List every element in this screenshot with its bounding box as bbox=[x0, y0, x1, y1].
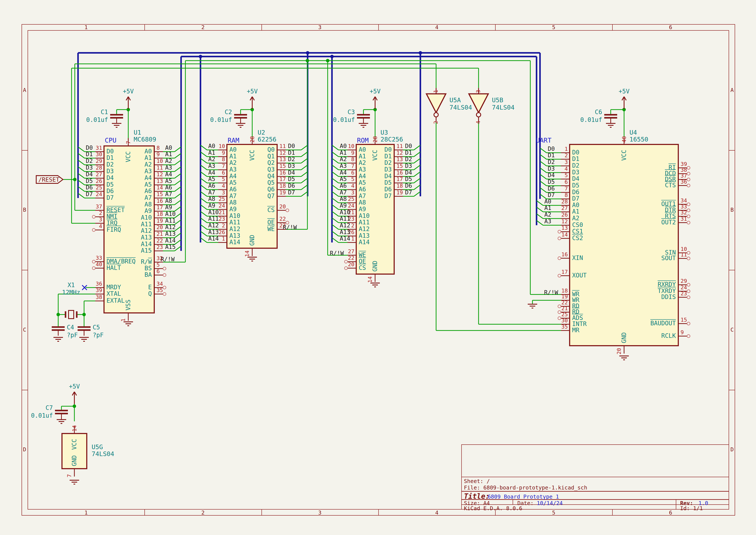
pin-number: 20 bbox=[616, 348, 622, 354]
net-label: A2 bbox=[340, 156, 347, 162]
pin-number: 29 bbox=[681, 278, 696, 284]
pin-name: XOUT bbox=[572, 272, 586, 278]
pin-number: 18 bbox=[552, 288, 568, 294]
pin-name: A9 bbox=[119, 208, 152, 214]
pin-name: XIN bbox=[572, 255, 583, 261]
pin-name: Q bbox=[119, 291, 152, 297]
pin-name: A15 bbox=[119, 248, 152, 254]
capacitor-value: ?pF bbox=[93, 332, 104, 338]
net-label: A8 bbox=[208, 196, 215, 202]
pin-number: 28 bbox=[250, 136, 255, 143]
pin-name: A11 bbox=[230, 219, 240, 225]
net-label: D0 bbox=[548, 146, 555, 152]
frame-tick bbox=[145, 24, 145, 30]
frame-tick bbox=[729, 390, 735, 390]
pin-name: BS bbox=[119, 265, 152, 271]
pin-name: A13 bbox=[230, 233, 240, 239]
net-label: D5 bbox=[405, 176, 420, 182]
frame-tick bbox=[378, 24, 379, 30]
pin-name: A4 bbox=[119, 175, 152, 181]
capacitor-ref: C1 bbox=[76, 109, 108, 115]
frame-tick bbox=[261, 24, 262, 30]
pin-name: CTS bbox=[643, 182, 676, 188]
pin-name: VCC bbox=[621, 150, 627, 161]
net-label: A10 bbox=[208, 209, 219, 215]
pin-number: 15 bbox=[681, 317, 696, 323]
pin-name: D6 bbox=[572, 189, 580, 195]
pin-name: OE bbox=[241, 219, 275, 225]
net-label: D6 bbox=[405, 183, 420, 188]
capacitor-value: 0.01uf bbox=[200, 117, 232, 123]
frame-tick bbox=[729, 270, 735, 270]
pin-name: D4 bbox=[359, 173, 392, 179]
net-label: A4 bbox=[208, 170, 215, 175]
pin-number: 3 bbox=[475, 90, 481, 93]
title-block-app: KiCad E.D.A. 8.0.6 bbox=[464, 506, 522, 511]
pin-number: 35 bbox=[156, 288, 172, 293]
pin-name: Q2 bbox=[241, 160, 275, 166]
pin-name: MR bbox=[572, 327, 580, 333]
net-label: D5 bbox=[288, 176, 303, 182]
pin-number: 28 bbox=[552, 199, 568, 204]
frame-coordinate-label: 1 bbox=[82, 510, 90, 515]
net-label: A10 bbox=[340, 209, 350, 215]
pin-name: RXRDY bbox=[643, 282, 676, 288]
capacitor-ref: C6 bbox=[570, 109, 602, 115]
pin-name: D6 bbox=[106, 188, 114, 194]
net-label: D0 bbox=[86, 145, 93, 151]
net-label: A10 bbox=[165, 211, 180, 217]
net-label: D4 bbox=[86, 171, 93, 177]
pin-name: Q7 bbox=[241, 193, 275, 199]
net-label: A9 bbox=[340, 203, 347, 209]
pin-number: 6 bbox=[156, 268, 172, 274]
pin-name: CS bbox=[359, 265, 366, 271]
net-label: A6 bbox=[340, 183, 347, 188]
pin-number: 39 bbox=[86, 288, 102, 293]
schematic-sheet: 112233445566AABBCCDD Sheet: / File: 6809… bbox=[0, 0, 756, 535]
pin-name: A5 bbox=[119, 182, 152, 188]
pin-number: 20 bbox=[338, 262, 354, 267]
pin-number: 22 bbox=[338, 255, 354, 261]
frame-coordinate-label: 2 bbox=[199, 25, 207, 30]
power-flag-label: +5V bbox=[615, 88, 633, 95]
cpu-value: MC6809 bbox=[134, 136, 156, 143]
frame-coordinate-label: 5 bbox=[550, 25, 558, 30]
pin-name: OUT2 bbox=[643, 219, 676, 225]
pin-number: 14 bbox=[367, 276, 373, 283]
pin-name: RCLK bbox=[643, 333, 676, 339]
pin-number: 40 bbox=[86, 262, 102, 267]
frame-coordinate-label: 3 bbox=[315, 25, 324, 30]
reset-net-label-text: /RESET bbox=[39, 177, 60, 183]
crystal-value: 12MHz bbox=[58, 290, 84, 296]
frame-tick bbox=[21, 270, 28, 270]
capacitor-value: 0.01uf bbox=[76, 117, 108, 123]
net-label: D7 bbox=[405, 189, 420, 195]
net-label: D6 bbox=[548, 185, 555, 191]
frame-coordinate-label: 4 bbox=[432, 510, 441, 515]
frame-tick bbox=[21, 150, 28, 151]
net-label: A1 bbox=[340, 150, 347, 155]
pin-name: D5 bbox=[106, 182, 114, 188]
frame-coordinate-label: 1 bbox=[82, 25, 90, 30]
pin-name: A8 bbox=[230, 200, 237, 206]
net-label: A6 bbox=[165, 184, 180, 190]
pin-number: 40 bbox=[621, 136, 627, 143]
capacitor-ref: C3 bbox=[322, 109, 355, 115]
pin-name: D2 bbox=[359, 160, 392, 166]
pin-name: D7 bbox=[572, 196, 580, 202]
pin-name: D3 bbox=[106, 168, 114, 174]
net-label: A7 bbox=[165, 191, 180, 197]
net-label: D3 bbox=[288, 163, 303, 169]
pin-name: A13 bbox=[359, 233, 370, 239]
capacitor-ref: C7 bbox=[20, 405, 53, 411]
net-label: A9 bbox=[208, 203, 215, 209]
net-label: D1 bbox=[86, 151, 93, 157]
net-label: A13 bbox=[165, 231, 180, 237]
pin-name: D3 bbox=[572, 169, 580, 175]
pin-name: A6 bbox=[119, 188, 152, 194]
pin-name: CS2 bbox=[572, 235, 583, 241]
pin-name: BAUDOUT bbox=[643, 320, 676, 326]
pin-name: A3 bbox=[119, 168, 152, 174]
pin-number: 34 bbox=[681, 198, 696, 203]
pin-number: 36 bbox=[681, 179, 696, 184]
